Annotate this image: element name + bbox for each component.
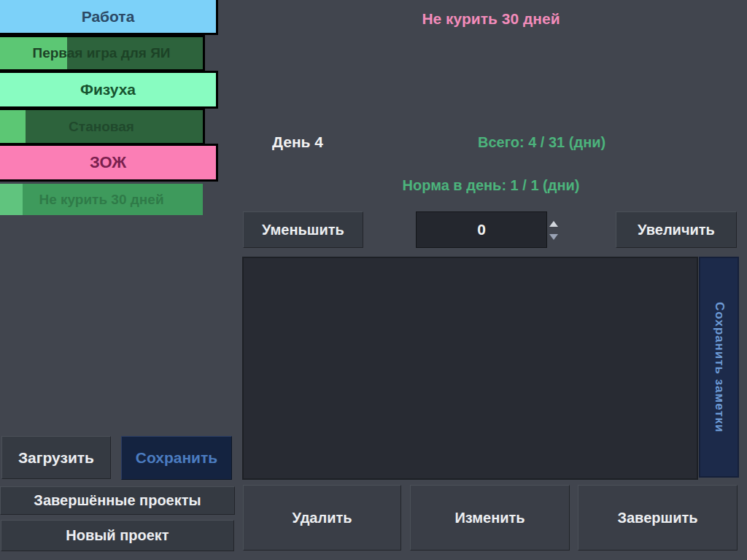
sidebar-item-stanovaya[interactable]: Становая — [0, 108, 205, 145]
spinner-down-icon[interactable] — [549, 234, 558, 240]
notes-textarea[interactable] — [242, 257, 698, 480]
app-window: Работа Первая игра для ЯИ Физуха Станова… — [0, 0, 747, 560]
completed-projects-button[interactable]: Завершённые проекты — [0, 486, 235, 515]
project-label: Работа — [82, 8, 135, 26]
subtask-label: Не курить 30 дней — [39, 192, 163, 208]
sidebar-item-fizuha[interactable]: Физуха — [0, 71, 218, 109]
decrease-button[interactable]: Уменьшить — [243, 211, 363, 248]
spinner-arrows[interactable] — [549, 221, 559, 240]
project-label: Физуха — [80, 81, 136, 98]
progress-strip — [0, 110, 26, 143]
increase-button[interactable]: Увеличить — [616, 211, 737, 248]
subtask-label: Становая — [69, 119, 134, 135]
new-project-button[interactable]: Новый проект — [1, 520, 234, 551]
delete-button[interactable]: Удалить — [243, 485, 401, 551]
sidebar-item-zozh[interactable]: ЗОЖ — [0, 144, 218, 182]
daily-norm-label: Норма в день: 1 / 1 (дни) — [243, 177, 739, 194]
save-button[interactable]: Сохранить — [121, 436, 232, 480]
progress-strip — [0, 184, 23, 215]
counter-spinbox[interactable] — [416, 211, 547, 248]
day-counter-label: День 4 — [272, 133, 323, 151]
edit-button[interactable]: Изменить — [410, 485, 570, 551]
total-progress-label: Всего: 4 / 31 (дни) — [478, 134, 605, 151]
sidebar-item-rabota[interactable]: Работа — [0, 0, 218, 35]
subtask-label: Первая игра для ЯИ — [32, 45, 170, 61]
sidebar-item-pervaya-igra[interactable]: Первая игра для ЯИ — [0, 35, 205, 71]
spinner-up-icon[interactable] — [549, 221, 558, 227]
project-title: Не курить 30 дней — [243, 10, 739, 28]
load-button[interactable]: Загрузить — [1, 436, 111, 479]
project-label: ЗОЖ — [90, 153, 126, 172]
complete-button[interactable]: Завершить — [578, 485, 738, 551]
sidebar-item-ne-kurit-selected[interactable]: Не курить 30 дней — [0, 184, 203, 215]
save-notes-button[interactable]: Сохранить заметки — [699, 257, 739, 478]
